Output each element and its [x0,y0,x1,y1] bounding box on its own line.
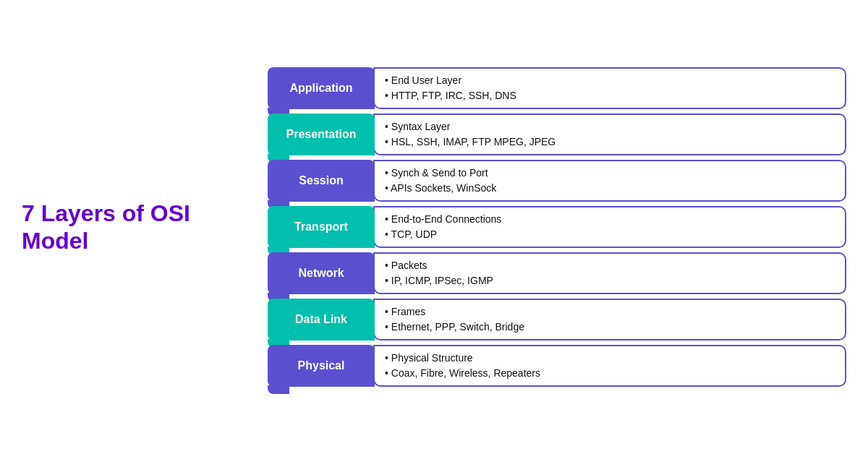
layer-info-physical: Physical StructureCoax, Fibre, Wireless,… [373,345,846,387]
layer-badge-session: Session [268,160,375,202]
layer-info-line: IP, ICMP, IPSec, IGMP [385,273,835,288]
layer-info-line: Synch & Send to Port [385,166,835,181]
layer-info-line: Packets [385,258,835,273]
layer-info-presentation: Syntax LayerHSL, SSH, IMAP, FTP MPEG, JP… [373,113,846,155]
layer-info-data-link: FramesEthernet, PPP, Switch, Bridge [373,299,846,340]
layer-row: SessionSynch & Send to PortAPIs Sockets,… [268,160,846,202]
layer-info-line: TCP, UDP [385,227,835,242]
layer-info-line: APIs Sockets, WinSock [385,181,835,196]
layer-badge-data-link: Data Link [268,299,375,340]
layer-row: PresentationSyntax LayerHSL, SSH, IMAP, … [268,113,846,155]
layer-info-line: Physical Structure [385,351,835,366]
layer-info-line: End-to-End Connections [385,212,835,227]
layer-info-line: Coax, Fibre, Wireless, Repeaters [385,366,835,381]
layer-info-line: End User Layer [385,73,835,88]
layer-info-application: End User LayerHTTP, FTP, IRC, SSH, DNS [373,67,846,109]
layer-info-line: Frames [385,304,835,320]
layer-info-network: PacketsIP, ICMP, IPSec, IGMP [373,252,846,294]
layer-badge-application: Application [268,67,375,109]
layer-info-transport: End-to-End ConnectionsTCP, UDP [373,206,846,248]
layer-row: ApplicationEnd User LayerHTTP, FTP, IRC,… [268,67,846,109]
layer-info-line: HTTP, FTP, IRC, SSH, DNS [385,88,835,103]
layer-info-session: Synch & Send to PortAPIs Sockets, WinSoc… [373,160,846,202]
layer-badge-physical: Physical [268,345,375,387]
layer-row: Data LinkFramesEthernet, PPP, Switch, Br… [268,299,846,340]
layer-info-line: Ethernet, PPP, Switch, Bridge [385,320,835,335]
layer-row: PhysicalPhysical StructureCoax, Fibre, W… [268,345,846,387]
layer-row: TransportEnd-to-End ConnectionsTCP, UDP [268,206,846,248]
layer-info-line: HSL, SSH, IMAP, FTP MPEG, JPEG [385,134,835,150]
layers-section: ApplicationEnd User LayerHTTP, FTP, IRC,… [268,67,846,387]
layer-info-line: Syntax Layer [385,119,835,134]
page-title: 7 Layers of OSI Model [22,200,253,255]
main-container: 7 Layers of OSI Model ApplicationEnd Use… [0,0,868,454]
layer-badge-presentation: Presentation [268,113,375,155]
layer-badge-transport: Transport [268,206,375,248]
layer-row: NetworkPacketsIP, ICMP, IPSec, IGMP [268,252,846,294]
layer-badge-network: Network [268,252,375,294]
title-section: 7 Layers of OSI Model [22,200,268,255]
